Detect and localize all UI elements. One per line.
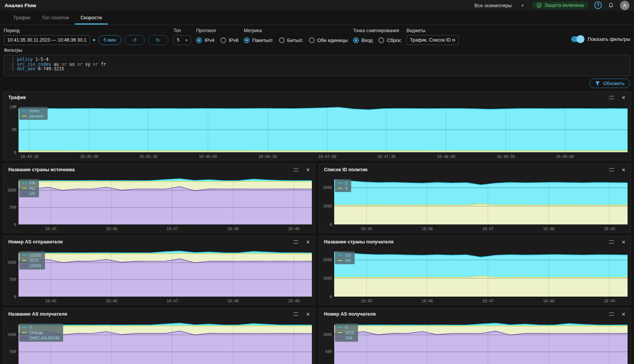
panel-menu-icon[interactable] xyxy=(609,168,614,171)
protocol-option-ipv6[interactable]: IPv6 xyxy=(220,37,239,43)
svg-text:2000: 2000 xyxy=(323,186,332,190)
notifications-button[interactable] xyxy=(608,2,614,8)
panel-close-icon[interactable]: ✕ xyxy=(622,95,626,100)
svg-text:0: 0 xyxy=(14,223,16,227)
panel-policy-ids: Список ID политик ✕ 10:4510:4610:4710:48… xyxy=(319,164,631,232)
legend-item[interactable]: bytes xyxy=(22,108,44,113)
protocol-group: Протокол IPv4 IPv6 xyxy=(196,28,239,45)
refresh-button-label: Обновить xyxy=(603,81,625,86)
svg-text:2000: 2000 xyxy=(323,258,332,262)
top-select[interactable]: 5 ▾ xyxy=(174,35,191,45)
refresh-button[interactable]: Обновить xyxy=(589,79,630,88)
sampling-option-reset[interactable]: Сброс xyxy=(378,37,401,43)
metric-option-packets[interactable]: Пакеты/с xyxy=(244,37,273,43)
app-title: Анализ Flow xyxy=(5,3,36,8)
tab-traffic[interactable]: Трафик xyxy=(8,11,36,25)
panel-dst-country: Название страны получателя ✕ 10:4510:461… xyxy=(319,236,631,305)
panel-header: Название страны получателя ✕ xyxy=(319,236,631,248)
chevron-down-icon: ▾ xyxy=(185,38,188,43)
radio-icon xyxy=(279,37,285,43)
svg-text:10:45:00: 10:45:00 xyxy=(80,155,98,159)
panel-close-icon[interactable]: ✕ xyxy=(306,240,310,245)
undo-button[interactable]: ↺ xyxy=(124,35,145,45)
src-country-chart: 10:4510:4610:4710:4810:4905001000FRAUUS xyxy=(3,175,315,232)
svg-text:500: 500 xyxy=(9,350,16,354)
svg-text:10:49: 10:49 xyxy=(604,299,615,303)
sampling-label: Точка сэмплирования xyxy=(353,28,401,33)
filters-label: Фильтры xyxy=(4,48,22,53)
panel-close-icon[interactable]: ✕ xyxy=(622,167,626,172)
redo-button[interactable]: ↻ xyxy=(148,35,168,45)
svg-text:500: 500 xyxy=(9,277,16,282)
panel-close-icon[interactable]: ✕ xyxy=(622,312,626,317)
legend-item[interactable]: DNIC-AS-00749 xyxy=(22,336,59,340)
panel-menu-icon[interactable] xyxy=(609,96,614,99)
panel-src-country: Название страны источника ✕ 10:4510:4610… xyxy=(3,164,315,232)
svg-text:10:47: 10:47 xyxy=(167,227,178,231)
sampling-group: Точка сэмплирования Вход Сброс xyxy=(353,28,401,45)
quick-range-button[interactable]: 5 мин xyxy=(98,35,121,45)
svg-text:10:45: 10:45 xyxy=(361,299,372,303)
panel-close-icon[interactable]: ✕ xyxy=(306,312,310,317)
widgets-input[interactable] xyxy=(406,35,459,45)
svg-text:10:48:00: 10:48:00 xyxy=(437,155,455,159)
svg-text:10M: 10M xyxy=(9,105,16,109)
panel-menu-icon[interactable] xyxy=(293,313,298,316)
svg-text:10:46:00: 10:46:00 xyxy=(199,155,217,159)
legend-item[interactable]: 3215 xyxy=(22,258,41,263)
help-button[interactable]: ? xyxy=(594,2,602,9)
legend-item[interactable]: FR xyxy=(338,258,351,263)
panel-close-icon[interactable]: ✕ xyxy=(622,240,626,245)
legend-item[interactable]: 16509 xyxy=(22,263,41,268)
filter-code-editor[interactable]: 1policy 1-5-42src_iso_codes au or us or … xyxy=(4,55,630,76)
legend-item[interactable]: 3215 xyxy=(338,330,354,335)
dst-as-name-chart: 10:4510:4610:4710:4810:4905001000?Orange… xyxy=(3,320,315,364)
panel-menu-icon[interactable] xyxy=(609,313,614,316)
period-input[interactable] xyxy=(4,35,90,45)
legend-item[interactable]: Orange xyxy=(22,330,59,335)
metric-option-bits[interactable]: Биты/с xyxy=(279,37,303,43)
panel-close-icon[interactable]: ✕ xyxy=(306,167,310,172)
sampling-option-input[interactable]: Вход xyxy=(353,37,372,43)
svg-text:10:45:30: 10:45:30 xyxy=(139,155,157,159)
svg-text:0: 0 xyxy=(330,295,332,299)
tab-top-policies[interactable]: Топ политик xyxy=(36,11,75,25)
dst-country-chart: 10:4510:4610:4710:4810:49010002000USFR xyxy=(319,248,631,304)
svg-text:10:48: 10:48 xyxy=(543,227,554,231)
legend-item[interactable]: 1 xyxy=(338,181,347,185)
show-filters-toggle[interactable] xyxy=(571,36,584,42)
top-select-value: 5 xyxy=(177,37,180,43)
filter-funnel-icon xyxy=(595,81,600,86)
legend-item[interactable]: 0 xyxy=(338,325,354,330)
avatar[interactable]: A xyxy=(620,1,629,10)
svg-text:10:49:00: 10:49:00 xyxy=(556,155,574,159)
radio-icon xyxy=(244,37,250,43)
radio-icon xyxy=(378,37,384,43)
panel-menu-icon[interactable] xyxy=(293,240,298,243)
legend-item[interactable]: FR xyxy=(22,181,35,185)
instance-selector[interactable]: Все экземпляры ▾ xyxy=(472,3,526,8)
legend-item[interactable]: 5 xyxy=(338,186,347,191)
legend-item[interactable]: packets xyxy=(22,114,44,118)
tab-rates[interactable]: Скорости xyxy=(75,11,108,25)
chart-legend: 03215749 xyxy=(335,324,358,342)
svg-text:10:47: 10:47 xyxy=(482,299,494,303)
filters-section: Фильтры 1policy 1-5-42src_iso_codes au o… xyxy=(3,45,631,76)
panel-dst-as-name: Название AS получателя ✕ 10:4510:4610:47… xyxy=(3,308,315,364)
legend-item[interactable]: 749 xyxy=(338,336,354,340)
legend-item[interactable]: 13335 xyxy=(22,253,41,257)
svg-text:10:44:30: 10:44:30 xyxy=(20,155,39,159)
panel-menu-icon[interactable] xyxy=(293,168,298,171)
svg-text:1000: 1000 xyxy=(323,276,332,280)
metric-option-both[interactable]: Обе единицы xyxy=(309,37,348,43)
legend-item[interactable]: ? xyxy=(22,325,59,330)
panel-src-asn: Номер AS отправителя ✕ 10:4510:4610:4710… xyxy=(3,236,315,305)
legend-item[interactable]: US xyxy=(22,191,35,196)
legend-item[interactable]: AU xyxy=(22,186,35,191)
protection-status-badge: Защита включена xyxy=(532,2,588,9)
legend-item[interactable]: US xyxy=(338,253,351,257)
panel-header: Трафик ✕ xyxy=(3,92,631,103)
panel-menu-icon[interactable] xyxy=(609,240,614,243)
protocol-option-ipv4[interactable]: IPv4 xyxy=(196,37,214,43)
widgets-group: Виджеты xyxy=(406,28,459,45)
